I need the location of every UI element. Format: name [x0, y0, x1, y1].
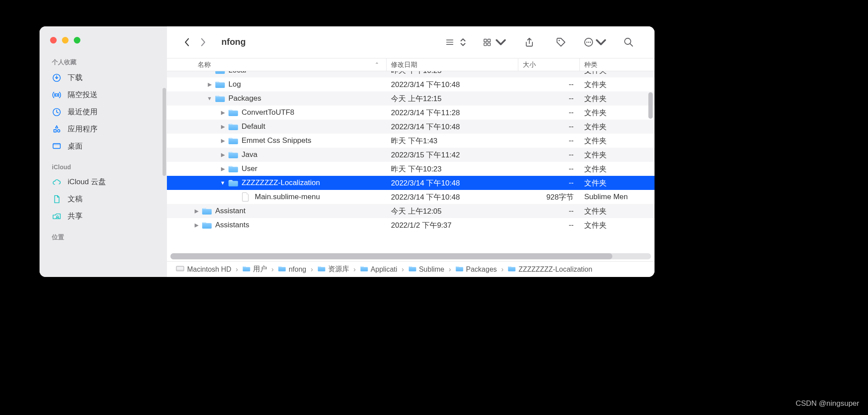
disclosure-right-icon[interactable]: ▶ — [220, 124, 226, 130]
file-kind: 文件夹 — [580, 136, 655, 146]
horizontal-scrollbar[interactable] — [170, 253, 651, 259]
zoom-window-button[interactable] — [74, 37, 80, 44]
folder-icon — [228, 122, 238, 131]
folder-icon — [215, 80, 225, 89]
search-button[interactable] — [618, 35, 639, 50]
sidebar-section-header: 位置 — [40, 231, 167, 244]
file-size: -- — [518, 207, 580, 215]
disclosure-right-icon[interactable]: ▶ — [220, 138, 226, 144]
file-icon — [242, 192, 251, 202]
folder-icon — [508, 266, 516, 273]
file-date: 2022/3/14 下午10:48 — [387, 80, 518, 90]
svg-point-18 — [586, 41, 588, 43]
file-row[interactable]: ▶ Assistant 今天 上午12:05 -- 文件夹 — [167, 204, 655, 218]
disclosure-right-icon[interactable]: ▶ — [220, 152, 226, 158]
group-button[interactable] — [481, 35, 508, 50]
path-segment[interactable]: Macintosh HD — [176, 265, 231, 274]
file-name: ZZZZZZZZ-Localization — [242, 178, 320, 187]
file-date: 2022/3/15 下午11:42 — [387, 150, 518, 160]
file-row[interactable]: ▶ Default 2022/3/14 下午10:48 -- 文件夹 — [167, 120, 655, 134]
path-segment[interactable]: Sublime — [409, 266, 445, 273]
disclosure-right-icon[interactable]: ▶ — [220, 109, 226, 116]
file-size: -- — [518, 108, 580, 117]
disclosure-right-icon[interactable]: ▶ — [220, 166, 226, 172]
column-kind[interactable]: 种类 — [580, 58, 655, 71]
file-size: -- — [518, 71, 580, 75]
file-size: -- — [518, 94, 580, 103]
back-button[interactable] — [180, 35, 193, 50]
share-button[interactable] — [519, 35, 539, 50]
folder-icon — [202, 220, 212, 230]
column-name[interactable]: 名称 ⌃ — [167, 58, 387, 71]
forward-button[interactable] — [197, 35, 210, 50]
path-segment[interactable]: 用户 — [242, 265, 267, 274]
svg-point-20 — [590, 41, 591, 43]
sidebar-section-header: iCloud — [40, 161, 167, 173]
file-row[interactable]: ▶ Emmet Css Snippets 昨天 下午1:43 -- 文件夹 — [167, 134, 655, 148]
action-menu-button[interactable] — [582, 35, 607, 50]
file-size: 928字节 — [518, 192, 580, 202]
watermark: CSDN @ningsuper — [796, 399, 859, 408]
file-row[interactable]: ▶ Java 2022/3/15 下午11:42 -- 文件夹 — [167, 148, 655, 162]
file-row[interactable]: ▼ ZZZZZZZZ-Localization 2022/3/14 下午10:4… — [167, 176, 655, 190]
file-size: -- — [518, 150, 580, 159]
path-segment[interactable]: 资源库 — [318, 265, 349, 274]
sidebar-item[interactable]: 隔空投送 — [40, 86, 167, 103]
chevron-right-icon: › — [500, 266, 504, 273]
file-name: Packages — [228, 94, 261, 103]
path-segment[interactable]: Packages — [456, 266, 497, 273]
folder-icon — [215, 94, 225, 103]
svg-point-5 — [58, 129, 60, 132]
column-size[interactable]: 大小 — [518, 58, 580, 71]
file-row[interactable]: ▶ Assistants 2022/1/2 下午9:37 -- 文件夹 — [167, 218, 655, 232]
path-segment[interactable]: Applicati — [360, 266, 397, 273]
sidebar-item[interactable]: 桌面 — [40, 138, 167, 155]
file-date: 今天 上午12:05 — [387, 206, 518, 216]
disclosure-down-icon[interactable]: ▼ — [206, 95, 213, 102]
scrollbar-thumb[interactable] — [170, 253, 612, 259]
sidebar-scrollbar[interactable] — [163, 88, 166, 176]
disclosure-down-icon[interactable]: ▼ — [220, 180, 226, 186]
file-row[interactable]: Local 昨天 下午10:23 -- 文件夹 — [167, 71, 655, 77]
sidebar-item-label: iCloud 云盘 — [68, 177, 106, 187]
sidebar-item[interactable]: iCloud 云盘 — [40, 173, 167, 190]
file-row[interactable]: ▼ Packages 今天 上午12:15 -- 文件夹 — [167, 91, 655, 106]
finder-window: 个人收藏 下载 隔空投送 最近使用 应用程序 桌面iCloud iCloud 云… — [40, 26, 655, 277]
file-date: 昨天 下午10:23 — [387, 164, 518, 174]
view-list-button[interactable] — [444, 35, 470, 50]
disclosure-right-icon[interactable]: ▶ — [193, 208, 199, 214]
file-list[interactable]: Local 昨天 下午10:23 -- 文件夹 ▶ Log 2022/3/14 … — [167, 71, 655, 252]
disclosure-right-icon[interactable]: ▶ — [206, 81, 213, 87]
sidebar-item[interactable]: 下载 — [40, 69, 167, 86]
file-row[interactable]: ▶ Log 2022/3/14 下午10:48 -- 文件夹 — [167, 77, 655, 91]
folder-icon — [409, 266, 416, 273]
path-segment[interactable]: ZZZZZZZZ-Localization — [508, 266, 592, 273]
sidebar-item[interactable]: 最近使用 — [40, 103, 167, 120]
file-row[interactable]: Main.sublime-menu 2022/3/14 下午10:48 928字… — [167, 190, 655, 204]
file-row[interactable]: ▶ User 昨天 下午10:23 -- 文件夹 — [167, 162, 655, 176]
svg-point-16 — [559, 40, 560, 41]
file-size: -- — [518, 80, 580, 89]
airdrop-icon — [52, 90, 61, 100]
sidebar-item[interactable]: 共享 — [40, 208, 167, 225]
file-date: 2022/1/2 下午9:37 — [387, 220, 518, 230]
file-date: 今天 上午12:15 — [387, 94, 518, 104]
file-kind: 文件夹 — [580, 122, 655, 132]
file-size: -- — [518, 164, 580, 173]
traffic-lights — [40, 35, 167, 54]
vertical-scrollbar[interactable] — [648, 92, 653, 119]
disclosure-right-icon[interactable]: ▶ — [193, 222, 199, 228]
file-size: -- — [518, 221, 580, 229]
column-date[interactable]: 修改日期 — [387, 58, 518, 71]
minimize-window-button[interactable] — [62, 37, 69, 44]
path-label: 用户 — [253, 265, 267, 274]
sidebar-item[interactable]: 应用程序 — [40, 120, 167, 138]
tags-button[interactable] — [551, 35, 571, 50]
sort-ascending-icon: ⌃ — [375, 62, 382, 68]
path-segment[interactable]: nfong — [278, 266, 306, 273]
chevron-right-icon: › — [401, 266, 405, 273]
sidebar-item[interactable]: 文稿 — [40, 190, 167, 208]
sidebar-item-label: 下载 — [68, 73, 83, 83]
file-row[interactable]: ▶ ConvertToUTF8 2022/3/14 下午11:28 -- 文件夹 — [167, 106, 655, 120]
close-window-button[interactable] — [50, 37, 57, 44]
